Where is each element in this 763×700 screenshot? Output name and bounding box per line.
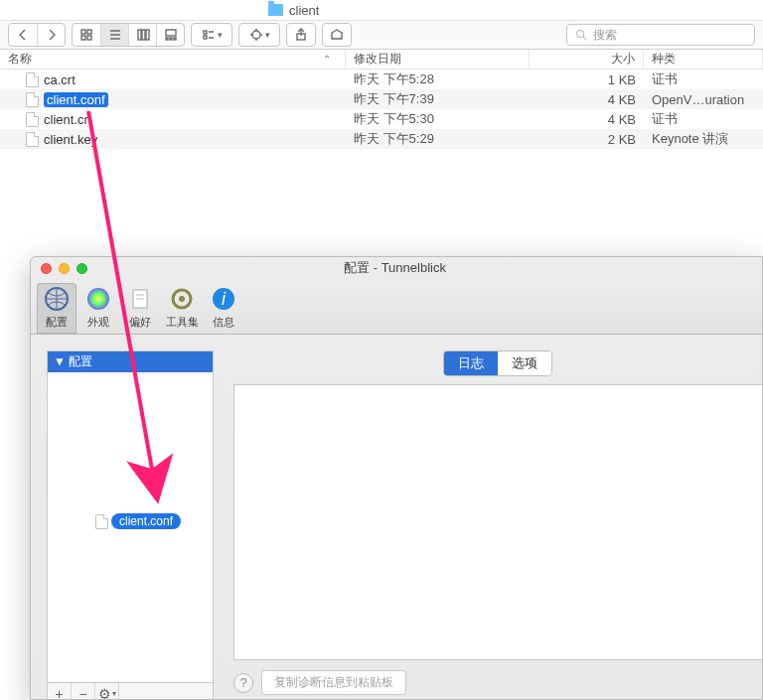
tags-button[interactable]: [323, 24, 351, 46]
toolbar-tab-prefer[interactable]: 偏好: [120, 283, 160, 334]
appear-icon: [84, 285, 112, 313]
column-size[interactable]: 大小: [530, 50, 644, 69]
view-columns-button[interactable]: [128, 24, 156, 46]
svg-rect-8: [142, 30, 145, 40]
file-size: 4 KB: [530, 112, 644, 127]
file-kind: 证书: [644, 70, 763, 88]
forward-button[interactable]: [37, 24, 65, 46]
add-config-button[interactable]: +: [48, 683, 72, 700]
file-date: 昨天 下午7:39: [346, 90, 530, 108]
svg-rect-0: [81, 30, 85, 34]
svg-rect-11: [166, 38, 168, 40]
nav-group: [8, 23, 66, 47]
segment-log[interactable]: 日志: [444, 351, 498, 375]
log-textarea[interactable]: [233, 384, 762, 660]
file-kind: OpenV…uration: [644, 92, 763, 107]
dragged-file[interactable]: client.conf: [95, 513, 181, 529]
file-size: 4 KB: [530, 92, 644, 107]
svg-rect-15: [204, 36, 207, 39]
toolbar-tab-appear[interactable]: 外观: [78, 283, 118, 334]
minimize-button[interactable]: [59, 263, 70, 274]
dragged-file-name: client.conf: [111, 513, 181, 529]
column-date[interactable]: 修改日期: [346, 50, 530, 69]
toolbar-tab-config[interactable]: 配置: [37, 283, 76, 334]
copy-diagnostics-button[interactable]: 复制诊断信息到粘贴板: [261, 670, 406, 695]
toolbar-tab-info[interactable]: i信息: [204, 283, 243, 334]
sort-caret-icon: ⌃: [323, 54, 331, 65]
svg-point-33: [179, 296, 185, 302]
tab-label: 信息: [204, 315, 243, 330]
svg-rect-13: [174, 38, 176, 40]
search-input[interactable]: [593, 28, 746, 42]
file-size: 2 KB: [530, 132, 644, 147]
file-icon: [26, 112, 39, 127]
file-size: 1 KB: [530, 72, 644, 87]
config-sidebar: ▼ 配置 client.conf + − ⚙▾: [47, 350, 214, 700]
file-row[interactable]: client.crt昨天 下午5:304 KB证书: [0, 109, 763, 129]
finder-title: client: [289, 3, 319, 18]
column-name[interactable]: 名称⌃: [0, 50, 346, 69]
tunnelblick-body: ▼ 配置 client.conf + − ⚙▾ 日志 选项 ? 复制诊断信息: [31, 335, 762, 700]
tools-icon: [168, 285, 196, 313]
help-button[interactable]: ?: [233, 673, 253, 693]
finder-file-list: ca.crt昨天 下午5:281 KB证书client.conf昨天 下午7:3…: [0, 70, 763, 149]
svg-rect-9: [146, 30, 149, 40]
svg-point-28: [87, 288, 109, 310]
arrange-button[interactable]: ▾: [192, 24, 231, 46]
tunnelblick-title: 配置 - Tunnelblick: [87, 259, 702, 277]
file-icon: [26, 132, 39, 147]
view-list-button[interactable]: [100, 24, 128, 46]
sidebar-heading[interactable]: ▼ 配置: [48, 351, 213, 372]
config-gear-button[interactable]: ⚙▾: [95, 683, 119, 700]
action-button[interactable]: ▾: [239, 24, 279, 46]
column-kind[interactable]: 种类: [644, 50, 763, 69]
viewmode-group: [72, 23, 185, 47]
file-row[interactable]: client.key昨天 下午5:292 KBKeynote 讲演: [0, 129, 763, 149]
search-icon: [575, 29, 587, 41]
file-name: client.conf: [44, 92, 108, 107]
share-button[interactable]: [287, 24, 315, 46]
file-icon: [26, 72, 39, 87]
file-date: 昨天 下午5:28: [346, 70, 530, 88]
remove-config-button[interactable]: −: [72, 683, 95, 700]
svg-rect-1: [87, 30, 91, 34]
tab-label: 工具集: [162, 315, 202, 330]
view-gallery-button[interactable]: [156, 24, 184, 46]
finder-window: client ▾ ▾ 名称⌃ 修改日期 大小: [0, 0, 763, 149]
action-group: ▾: [238, 23, 280, 47]
file-row[interactable]: client.conf昨天 下午7:394 KBOpenV…uration: [0, 89, 763, 109]
arrange-group: ▾: [191, 23, 232, 47]
toolbar-tab-tools[interactable]: 工具集: [162, 283, 202, 334]
svg-line-26: [583, 37, 586, 40]
config-icon: [43, 285, 71, 313]
file-row[interactable]: ca.crt昨天 下午5:281 KB证书: [0, 70, 763, 89]
file-icon: [26, 92, 39, 107]
view-icons-button[interactable]: [73, 24, 100, 46]
sidebar-footer: + − ⚙▾: [48, 682, 213, 700]
tab-label: 偏好: [120, 315, 160, 330]
tags-group: [322, 23, 352, 47]
file-kind: 证书: [644, 110, 763, 128]
file-icon: [95, 514, 108, 529]
file-name: ca.crt: [44, 72, 76, 87]
svg-rect-7: [138, 30, 141, 40]
prefer-icon: [126, 285, 154, 313]
file-date: 昨天 下午5:29: [346, 130, 530, 148]
info-icon: i: [210, 285, 237, 313]
tunnelblick-window: 配置 - Tunnelblick 配置外观偏好工具集i信息 ▼ 配置 clien…: [30, 256, 763, 700]
sidebar-body[interactable]: client.conf: [48, 372, 213, 682]
back-button[interactable]: [9, 24, 37, 46]
svg-rect-12: [170, 38, 172, 40]
footer-row: ? 复制诊断信息到粘贴板: [233, 660, 762, 700]
search-field[interactable]: [566, 24, 755, 46]
finder-column-header: 名称⌃ 修改日期 大小 种类: [0, 50, 763, 70]
zoom-button[interactable]: [76, 263, 87, 274]
segment-options[interactable]: 选项: [498, 351, 551, 375]
tab-label: 外观: [78, 315, 118, 330]
svg-rect-2: [81, 36, 85, 40]
finder-titlebar: client: [0, 0, 763, 20]
file-date: 昨天 下午5:30: [346, 110, 530, 128]
svg-rect-10: [166, 30, 176, 36]
close-button[interactable]: [41, 263, 52, 274]
file-name: client.crt: [44, 112, 91, 127]
